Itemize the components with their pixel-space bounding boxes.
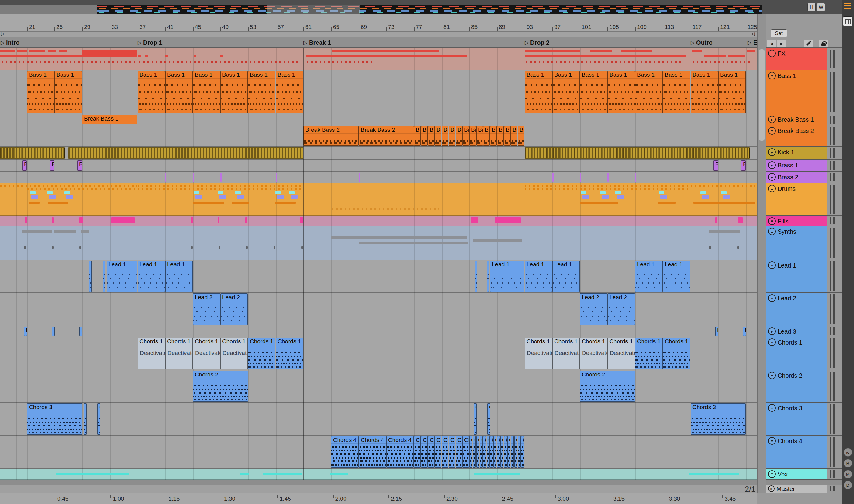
clip-segment[interactable] [17,50,27,52]
midi-clip[interactable]: Chords 4 [514,436,517,468]
midi-clip[interactable]: Chords 4 [421,436,428,468]
locator-row[interactable]: ▷Intro▷Drop 1▷Break 1▷Drop 2▷Outro▷End [0,37,757,48]
midi-clip[interactable]: Lead 2 [580,293,607,325]
midi-clip[interactable]: Lead 1 [138,260,165,292]
midi-clip[interactable]: Chords 1 [248,338,275,369]
midi-clip[interactable]: Bass 1 [663,71,690,113]
clip-segment[interactable] [692,50,703,52]
locator-flag-break-1[interactable]: ▷Break 1 [304,38,331,47]
midi-clip[interactable]: Lead 2 [193,293,220,325]
midi-clip[interactable]: Break Bass 2 [518,126,524,146]
clip-segment[interactable] [31,195,38,199]
track-header-fx[interactable]: ≡FX [766,48,827,70]
midi-clip[interactable]: Chords 1Deactivated [580,338,607,369]
track-header-lead-2[interactable]: ▾Lead 2 [766,293,827,326]
clip-segment[interactable] [145,55,148,57]
midi-clip[interactable]: Chords 4 [428,436,435,468]
optimize-height-button[interactable]: H [807,3,816,11]
midi-clip[interactable]: Bass 1 [635,71,662,113]
clip-segment[interactable] [194,192,199,195]
track-header-lead-3[interactable]: ▸Lead 3 [766,326,827,337]
midi-clip[interactable]: Brass 1 [77,160,82,171]
clip-segment[interactable] [0,185,137,186]
midi-clip[interactable]: Bass 1 [193,71,220,113]
midi-clip[interactable]: Brass 1 [50,160,54,171]
fold-icon[interactable]: ▸ [768,327,776,335]
midi-clip[interactable]: Lead 1 [475,260,477,292]
clip-segment[interactable] [693,61,751,63]
track-lane-bass-1[interactable]: Bass 1Bass 1Bass 1Bass 1Bass 1Bass 1Bass… [0,70,757,114]
clip-segment[interactable] [291,195,298,199]
rail-toggle-io[interactable]: io [844,448,852,456]
midi-clip[interactable]: Bass 1 [607,71,635,113]
track-lane-chords-3[interactable]: Chords 3Chords 3Chords 3Chords 3Chords 3… [0,403,757,435]
clip-segment[interactable] [219,246,220,249]
midi-clip[interactable]: Chords 1Deactivated [193,338,220,369]
midi-clip[interactable]: Break Bass 2 [449,126,455,146]
clip-segment[interactable] [0,55,85,57]
clip-segment[interactable] [84,473,129,475]
track-header-break-bass-1[interactable]: ▸Break Bass 1 [766,114,827,125]
track-header-kick-1[interactable]: ▸Kick 1 [766,147,827,160]
midi-clip[interactable]: Chords 4 [504,436,507,468]
clip-segment[interactable] [274,246,275,249]
clip-segment[interactable] [138,188,303,190]
midi-clip[interactable]: Chords 4 [507,436,510,468]
clip-segment[interactable] [245,217,247,223]
midi-clip[interactable]: Lead 1 [103,260,105,292]
clip-segment[interactable] [471,217,478,223]
clip-segment[interactable] [64,192,70,195]
clip-segment[interactable] [700,192,706,195]
fold-icon[interactable]: ▾ [768,127,776,134]
midi-clip[interactable]: Chords 2 [193,371,248,402]
midi-clip[interactable]: Chords 4 [501,436,503,468]
midi-clip[interactable]: Break Bass 2 [469,126,476,146]
clip-segment[interactable] [49,195,56,199]
clip-segment[interactable] [332,208,439,210]
clip-segment[interactable] [552,173,553,182]
fold-icon[interactable]: ▸ [768,116,776,123]
track-header-bass-1[interactable]: ▾Bass 1 [766,70,827,114]
midi-clip[interactable]: Chords 4 [480,436,483,468]
midi-clip[interactable]: Break Bass 2 [421,126,428,146]
clip-segment[interactable] [56,473,87,475]
midi-clip[interactable]: Bass 1 [248,71,275,113]
midi-clip[interactable]: Bass 1 [580,71,607,113]
midi-clip[interactable]: Chords 1 [276,338,303,369]
track-lane-chords-4[interactable]: Chords 4Chords 4Chords 4Chords 4Chords 4… [0,435,757,469]
midi-clip[interactable]: Chords 4 [493,436,496,468]
clip-segment[interactable] [0,50,15,52]
clip-segment[interactable] [581,192,586,195]
fold-icon[interactable]: ≡ [768,217,776,225]
clip-segment[interactable] [79,246,81,249]
clip-segment[interactable] [27,188,136,190]
midi-clip[interactable]: Chords 3 [97,403,101,435]
fold-icon[interactable]: ▾ [768,294,776,302]
midi-clip[interactable]: Chords 4 [476,436,479,468]
fold-icon[interactable]: ▸ [768,485,775,492]
clip-segment[interactable] [24,246,26,249]
clip-segment[interactable] [29,50,46,52]
midi-clip[interactable]: Bass 1 [220,71,248,113]
locator-flag-drop-2[interactable]: ▷Drop 2 [525,38,549,47]
clip-segment[interactable] [139,61,299,63]
fold-icon[interactable]: ▸ [768,161,776,169]
clip-segment[interactable] [600,192,606,195]
midi-clip[interactable]: Lead 3 [24,327,27,336]
clip-segment[interactable] [220,55,223,57]
clip-segment[interactable] [495,217,521,223]
clip-segment[interactable] [246,246,248,249]
clip-segment[interactable] [721,192,727,195]
clip-segment[interactable] [138,185,303,186]
clip-segment[interactable] [607,173,609,182]
track-header-chords-2[interactable]: ▾Chords 2 [766,370,827,403]
midi-clip[interactable]: Break Bass 2 [304,126,359,146]
midi-clip[interactable]: Chords 3 [27,403,82,435]
clip-segment[interactable] [747,50,755,52]
midi-clip[interactable]: Chords 4 [511,436,514,468]
clip-segment[interactable] [359,173,360,182]
midi-clip[interactable]: Chords 4 [386,436,414,468]
clip-segment[interactable] [48,202,68,203]
track-lane-fills[interactable] [0,216,757,226]
clip-segment[interactable] [621,50,652,52]
